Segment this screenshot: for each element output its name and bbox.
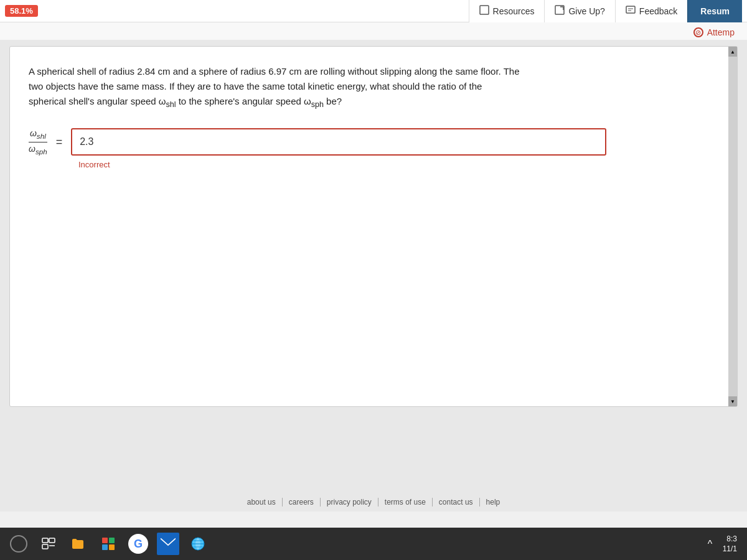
svg-rect-7	[42, 538, 48, 543]
svg-rect-8	[49, 538, 55, 543]
taskbar-date: 11/1	[723, 544, 737, 553]
system-tray-chevron[interactable]: ^	[708, 539, 718, 549]
svg-rect-4	[626, 6, 635, 13]
resume-label: Resum	[700, 6, 730, 16]
equals-sign: =	[56, 136, 63, 149]
question-text: A spherical shell of radius 2.84 cm and …	[29, 64, 718, 111]
resources-label: Resources	[493, 6, 535, 16]
resources-icon	[479, 5, 489, 17]
mail-icon	[157, 533, 179, 555]
start-circle-icon	[10, 535, 27, 553]
question-card: A spherical shell of radius 2.84 cm and …	[9, 46, 738, 407]
file-manager-button[interactable]	[65, 530, 92, 558]
taskbar-clock: 8:3 11/1	[723, 534, 742, 553]
top-bar-left: 58.1%	[5, 5, 38, 17]
win-grid-icon	[102, 538, 115, 550]
answer-input[interactable]	[80, 136, 598, 147]
incorrect-label: Incorrect	[78, 160, 718, 169]
attempt-circle-icon: ⊘	[693, 27, 703, 37]
start-button[interactable]	[5, 530, 32, 558]
fraction-label: ωshl ωsph	[29, 128, 47, 156]
taskbar-time: 8:3	[726, 534, 737, 543]
attempt-banner: ⊘ Attemp	[0, 22, 747, 40]
svg-rect-9	[42, 544, 48, 549]
footer-links: about us careers privacy policy terms of…	[0, 490, 747, 511]
feedback-button[interactable]: Feedback	[615, 0, 687, 22]
top-bar: 58.1% Resources Give Up?	[0, 0, 747, 22]
footer-contact[interactable]: contact us	[433, 498, 480, 506]
file-manager-icon	[71, 536, 86, 551]
question-line1: A spherical shell of radius 2.84 cm and …	[29, 64, 718, 79]
app-launcher-button[interactable]	[95, 530, 122, 558]
scroll-down-button[interactable]: ▼	[728, 396, 737, 406]
fraction-line	[29, 142, 47, 142]
fraction-area: ωshl ωsph =	[29, 128, 718, 156]
footer-terms[interactable]: terms of use	[378, 498, 433, 506]
attempt-text: ⊘ Attemp	[693, 27, 735, 37]
fraction-numerator: ωshl	[30, 128, 46, 141]
scroll-up-button[interactable]: ▲	[728, 47, 737, 57]
footer-careers[interactable]: careers	[283, 498, 321, 506]
browser-button[interactable]	[184, 530, 212, 558]
svg-rect-0	[480, 6, 489, 14]
top-bar-right: Resources Give Up? Feedback	[469, 0, 742, 22]
feedback-icon	[626, 5, 636, 17]
give-up-label: Give Up?	[568, 6, 604, 16]
footer-help[interactable]: help	[480, 498, 507, 506]
feedback-label: Feedback	[639, 6, 677, 16]
resources-button[interactable]: Resources	[469, 0, 545, 22]
main-content: A spherical shell of radius 2.84 cm and …	[0, 40, 747, 490]
give-up-button[interactable]: Give Up?	[544, 0, 614, 22]
task-view-icon	[41, 536, 56, 551]
mail-button[interactable]	[154, 530, 182, 558]
browser-icon	[190, 536, 205, 551]
fraction-denominator: ωsph	[29, 144, 47, 156]
scroll-indicator[interactable]: ▲ ▼	[728, 47, 737, 406]
attempt-label: Attemp	[707, 27, 735, 37]
google-button[interactable]: G	[125, 530, 152, 558]
percent-badge: 58.1%	[5, 5, 38, 17]
google-icon: G	[128, 534, 148, 554]
footer-about[interactable]: about us	[241, 498, 283, 506]
answer-input-wrapper	[71, 128, 606, 156]
question-line2: two objects have the same mass. If they …	[29, 79, 718, 94]
footer-privacy[interactable]: privacy policy	[321, 498, 378, 506]
give-up-icon	[555, 5, 565, 17]
task-view-button[interactable]	[35, 530, 62, 558]
taskbar: G ^ 8:3 11/1	[0, 528, 747, 560]
question-line3: spherical shell's angular speed ωshl to …	[29, 94, 718, 111]
resume-button[interactable]: Resum	[687, 0, 742, 22]
